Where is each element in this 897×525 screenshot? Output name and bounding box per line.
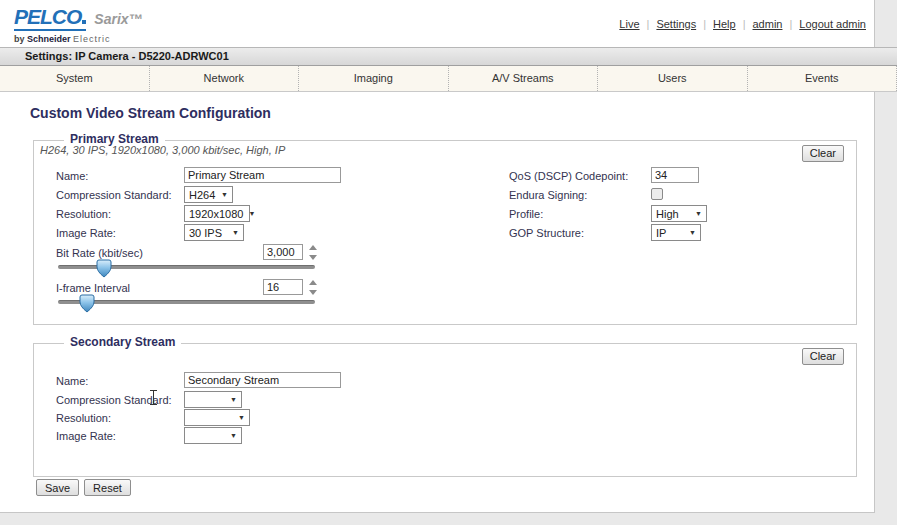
- pelco-logo-underline: [14, 29, 86, 31]
- dropdown-arrow-icon: ▼: [238, 414, 245, 421]
- qos-label: QoS (DSCP) Codepoint:: [509, 170, 628, 182]
- secondary-image-rate-select[interactable]: ▼: [184, 427, 242, 444]
- resolution-label: Resolution:: [56, 208, 111, 220]
- sarix-product-text: Sarix™: [94, 11, 142, 27]
- dropdown-arrow-icon: ▼: [695, 210, 702, 217]
- tab-imaging[interactable]: Imaging: [299, 66, 449, 91]
- tab-bar: System Network Imaging A/V Streams Users…: [0, 66, 897, 92]
- iframe-interval-slider-handle[interactable]: [79, 294, 95, 313]
- primary-name-input[interactable]: [184, 167, 341, 183]
- spinner-down-icon[interactable]: [309, 290, 317, 295]
- nav-link-help[interactable]: Help: [706, 18, 743, 30]
- nav-link-live[interactable]: Live: [612, 18, 646, 30]
- gop-structure-select[interactable]: IP ▼: [651, 224, 701, 241]
- compression-standard-label: Compression Standard:: [56, 189, 172, 201]
- qos-input[interactable]: [651, 167, 699, 183]
- spinner-up-icon[interactable]: [309, 280, 317, 285]
- profile-label: Profile:: [509, 208, 543, 220]
- secondary-resolution-select[interactable]: ▼: [184, 409, 250, 426]
- primary-compression-select[interactable]: H264 ▼: [184, 186, 233, 203]
- secondary-stream-legend: Secondary Stream: [64, 335, 181, 349]
- primary-image-rate-select[interactable]: 30 IPS ▼: [184, 224, 244, 241]
- bit-rate-spinner[interactable]: [307, 245, 318, 260]
- tab-system[interactable]: System: [0, 66, 150, 91]
- gop-structure-label: GOP Structure:: [509, 227, 584, 239]
- primary-stream-fieldset: Primary Stream H264, 30 IPS, 1920x1080, …: [33, 140, 857, 325]
- dropdown-arrow-icon: ▼: [689, 229, 696, 236]
- bit-rate-input[interactable]: [263, 244, 303, 260]
- tab-users[interactable]: Users: [598, 66, 748, 91]
- tab-events[interactable]: Events: [748, 66, 897, 91]
- iframe-interval-slider-track[interactable]: [58, 300, 315, 304]
- tab-av-streams[interactable]: A/V Streams: [449, 66, 599, 91]
- image-rate-label: Image Rate:: [56, 227, 116, 239]
- bit-rate-label: Bit Rate (kbit/sec): [56, 247, 143, 259]
- secondary-compression-select[interactable]: ▼: [184, 391, 242, 408]
- dropdown-arrow-icon: ▼: [232, 229, 239, 236]
- dropdown-arrow-icon: ▼: [230, 432, 237, 439]
- nav-link-logout[interactable]: Logout admin: [792, 18, 873, 30]
- spinner-up-icon[interactable]: [309, 245, 317, 250]
- endura-signing-checkbox[interactable]: [651, 188, 663, 200]
- name-label: Name:: [56, 170, 88, 182]
- dropdown-arrow-icon: ▼: [221, 191, 228, 198]
- settings-title-bar: Settings: IP Camera - D5220-ADRWC01: [0, 47, 897, 66]
- dropdown-arrow-icon: ▼: [230, 396, 237, 403]
- iframe-interval-spinner[interactable]: [307, 280, 318, 295]
- spinner-down-icon[interactable]: [309, 255, 317, 260]
- secondary-name-input[interactable]: [184, 372, 341, 388]
- pelco-logo: PELCO Sarix™ by Schneider Electric: [14, 6, 143, 44]
- pelco-logo-dot-icon: [82, 20, 86, 24]
- nav-link-settings[interactable]: Settings: [649, 18, 703, 30]
- primary-stream-summary: H264, 30 IPS, 1920x1080, 3,000 kbit/sec,…: [40, 144, 285, 156]
- form-actions: Save Reset: [36, 479, 131, 496]
- dropdown-arrow-icon: ▼: [248, 210, 255, 217]
- secondary-stream-fieldset: Secondary Stream Clear Name: Compression…: [33, 343, 857, 477]
- save-button[interactable]: Save: [36, 479, 79, 496]
- endura-signing-label: Endura Signing:: [509, 189, 587, 201]
- text-cursor-icon: [149, 390, 158, 405]
- reset-button[interactable]: Reset: [84, 479, 131, 496]
- schneider-byline: by Schneider Electric: [14, 34, 143, 44]
- primary-resolution-select[interactable]: 1920x1080 ▼: [184, 205, 250, 222]
- bit-rate-slider-handle[interactable]: [96, 259, 112, 278]
- secondary-clear-button[interactable]: Clear: [802, 348, 844, 365]
- name-label: Name:: [56, 375, 88, 387]
- iframe-interval-input[interactable]: [263, 279, 303, 295]
- tab-network[interactable]: Network: [150, 66, 300, 91]
- page-title: Custom Video Stream Configuration: [30, 105, 271, 121]
- nav-link-admin[interactable]: admin: [746, 18, 790, 30]
- iframe-interval-label: I-frame Interval: [56, 282, 130, 294]
- page: PELCO Sarix™ by Schneider Electric Live …: [0, 0, 897, 525]
- pelco-brand-text: PELCO: [14, 6, 81, 28]
- image-rate-label: Image Rate:: [56, 430, 116, 442]
- profile-select[interactable]: High ▼: [651, 205, 707, 222]
- primary-clear-button[interactable]: Clear: [802, 145, 844, 162]
- top-nav: Live | Settings | Help | admin | Logout …: [612, 18, 873, 30]
- resolution-label: Resolution:: [56, 412, 111, 424]
